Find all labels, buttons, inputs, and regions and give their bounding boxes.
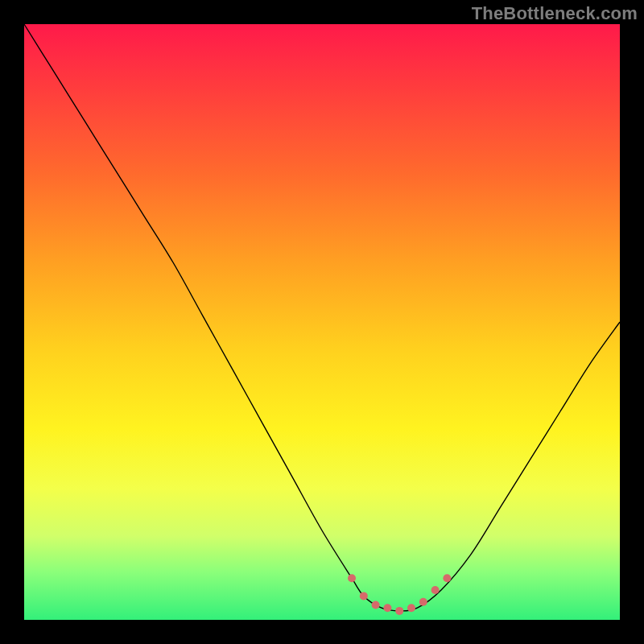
curve-marker <box>431 586 440 594</box>
bottleneck-curve <box>24 24 620 611</box>
curve-marker <box>443 574 451 582</box>
watermark-text: TheBottleneck.com <box>472 3 638 24</box>
curve-marker <box>395 607 403 615</box>
curve-marker <box>407 604 415 612</box>
curve-marker <box>383 604 391 612</box>
curve-svg <box>24 24 620 620</box>
plot-area <box>24 24 620 620</box>
chart-frame: TheBottleneck.com <box>0 0 644 644</box>
curve-marker <box>348 574 356 582</box>
curve-marker <box>360 592 368 600</box>
curve-marker <box>419 598 427 606</box>
curve-marker <box>372 601 380 609</box>
